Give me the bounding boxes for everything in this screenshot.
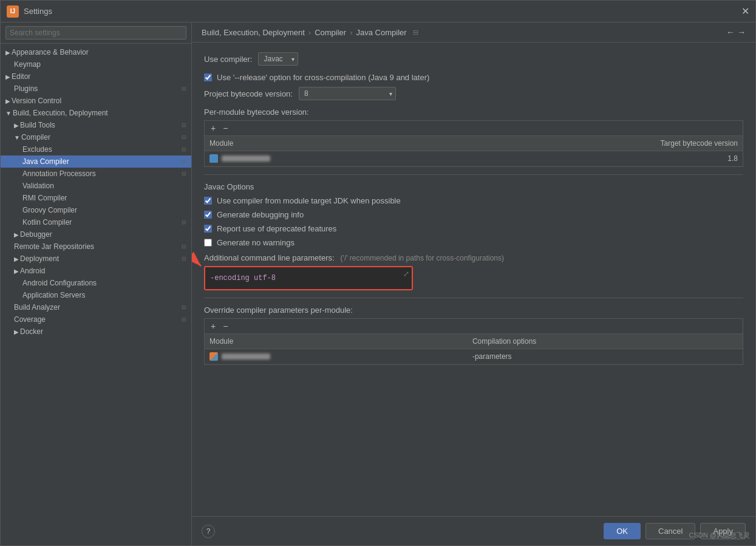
expand-icon: ▶	[14, 122, 19, 129]
check4-label: Generate no warnings	[217, 238, 295, 247]
check1-label: Use compiler from module target JDK when…	[217, 196, 401, 205]
add-override-button[interactable]: +	[208, 321, 218, 331]
expand-icon: ▶	[5, 98, 10, 104]
sidebar-item-plugins[interactable]: Plugins ⊟	[1, 83, 191, 95]
sidebar-item-label: Kotlin Compiler	[22, 218, 179, 227]
module-icon-orange	[209, 352, 218, 361]
breadcrumb-sep2: ›	[350, 28, 352, 37]
sidebar-item-keymap[interactable]: Keymap	[1, 58, 191, 70]
module-table1: + − Module Target bytecode version	[204, 120, 743, 167]
main-content: ▶ Appearance & Behavior Keymap ▶ Editor …	[1, 22, 755, 545]
sidebar-item-label: Appearance & Behavior	[12, 48, 186, 56]
sidebar-item-annotation-processors[interactable]: Annotation Processors ⊟	[1, 168, 191, 180]
nav-forward-button[interactable]: →	[737, 27, 746, 37]
sync-icon: ⊟	[182, 134, 186, 140]
sidebar-item-rmi-compiler[interactable]: RMI Compiler	[1, 192, 191, 204]
check3-checkbox[interactable]	[204, 225, 212, 233]
breadcrumb-sep1: ›	[308, 28, 311, 37]
sidebar-item-label: Docker	[20, 327, 186, 336]
release-option-row: Use '--release' option for cross-compila…	[204, 73, 743, 82]
sidebar-item-coverage[interactable]: Coverage ⊟	[1, 313, 191, 326]
sync-icon: ⊟	[182, 159, 186, 165]
bottom-bar: ? OK Cancel Apply	[192, 516, 755, 545]
breadcrumb-pin: ⊟	[413, 29, 418, 36]
sidebar-item-compiler[interactable]: ▼ Compiler ⊟	[1, 131, 191, 143]
additional-cmd-header: Additional command line parameters: ('/'…	[204, 253, 743, 262]
sidebar-item-label: Editor	[12, 72, 186, 81]
close-button[interactable]: ✕	[741, 5, 749, 17]
cancel-button[interactable]: Cancel	[645, 523, 695, 539]
sidebar-tree: ▶ Appearance & Behavior Keymap ▶ Editor …	[1, 44, 191, 545]
section-divider2	[204, 298, 743, 298]
module-name-blurred	[222, 155, 270, 162]
sidebar-item-label: Excludes	[22, 145, 179, 154]
sidebar-item-remote-jar-repos[interactable]: Remote Jar Repositories ⊟	[1, 241, 191, 253]
sidebar-item-version-control[interactable]: ▶ Version Control	[1, 95, 191, 107]
col-module2: Module	[205, 334, 468, 349]
app-icon: IJ	[7, 5, 19, 18]
sidebar-item-build-exec-deploy[interactable]: ▼ Build, Execution, Deployment	[1, 107, 191, 119]
sidebar-item-build-analyzer[interactable]: Build Analyzer ⊟	[1, 301, 191, 313]
sidebar-item-docker[interactable]: ▶ Docker	[1, 326, 191, 338]
sidebar-item-deployment[interactable]: ▶ Deployment ⊟	[1, 253, 191, 265]
sidebar-item-kotlin-compiler[interactable]: Kotlin Compiler ⊟	[1, 216, 191, 228]
col-module: Module	[205, 136, 445, 151]
check2-row: Generate debugging info	[204, 210, 743, 219]
breadcrumb-step3: Java Compiler	[356, 28, 407, 37]
sidebar-item-label: Validation	[22, 182, 186, 190]
sidebar-item-app-servers[interactable]: Application Servers	[1, 289, 191, 301]
sidebar-item-editor[interactable]: ▶ Editor	[1, 70, 191, 83]
remove-override-button[interactable]: −	[220, 321, 230, 331]
table-row[interactable]: -parameters	[205, 349, 743, 364]
table-row[interactable]: 1.8	[205, 151, 743, 166]
javac-options-section: Javac Options Use compiler from module t…	[204, 182, 743, 247]
target-version-cell: 1.8	[445, 151, 743, 166]
per-module-label-row: Per-module bytecode version:	[204, 107, 743, 117]
expand-icon: ▶	[5, 49, 10, 56]
sidebar-item-label: Version Control	[12, 97, 186, 105]
sidebar-item-label: Android Configurations	[22, 279, 186, 287]
sidebar-item-label: Keymap	[14, 60, 186, 69]
check3-label: Report use of deprecated features	[217, 224, 336, 233]
search-box	[1, 22, 191, 44]
check1-row: Use compiler from module target JDK when…	[204, 196, 743, 205]
title-bar: IJ Settings ✕	[1, 1, 755, 22]
expand-button[interactable]: ⤢	[403, 270, 409, 278]
sidebar-item-android-configs[interactable]: Android Configurations	[1, 277, 191, 289]
check1-checkbox[interactable]	[204, 197, 212, 205]
sidebar-item-label: Build Analyzer	[14, 303, 179, 312]
sidebar-item-label: Java Compiler	[22, 157, 179, 166]
compiler-dropdown[interactable]: Javac	[258, 52, 298, 66]
sidebar-item-debugger[interactable]: ▶ Debugger	[1, 228, 191, 241]
check4-checkbox[interactable]	[204, 239, 212, 247]
add-module-button[interactable]: +	[208, 123, 218, 133]
settings-content: Use compiler: Javac ▾ Use '--release' op…	[192, 43, 755, 516]
col-compilation-opts: Compilation options	[468, 334, 743, 349]
override-module-cell	[205, 349, 468, 364]
additional-cmd-section: Additional command line parameters: ('/'…	[204, 253, 743, 290]
check3-row: Report use of deprecated features	[204, 224, 743, 233]
params-input[interactable]	[205, 267, 412, 289]
sidebar-item-java-compiler[interactable]: Java Compiler ⊟	[1, 155, 191, 168]
expand-icon: ▶	[14, 329, 19, 335]
nav-back-button[interactable]: ←	[726, 27, 735, 37]
sidebar-item-label: Debugger	[20, 230, 186, 239]
table2-toolbar: + −	[205, 319, 743, 334]
sidebar-item-validation[interactable]: Validation	[1, 180, 191, 192]
sidebar-item-build-tools[interactable]: ▶ Build Tools ⊟	[1, 119, 191, 131]
sidebar-item-appearance[interactable]: ▶ Appearance & Behavior	[1, 46, 191, 58]
release-option-checkbox[interactable]	[204, 73, 212, 81]
remove-module-button[interactable]: −	[220, 123, 230, 133]
sidebar-item-label: RMI Compiler	[22, 194, 186, 202]
sidebar-item-android[interactable]: ▶ Android	[1, 265, 191, 277]
search-input[interactable]	[5, 26, 186, 39]
sidebar-item-label: Groovy Compiler	[22, 206, 186, 214]
sidebar-item-excludes[interactable]: Excludes ⊟	[1, 143, 191, 155]
bytecode-version-dropdown[interactable]: 8	[299, 87, 396, 100]
help-button[interactable]: ?	[202, 525, 215, 538]
ok-button[interactable]: OK	[604, 523, 641, 539]
check2-checkbox[interactable]	[204, 211, 212, 219]
sidebar-item-label: Plugins	[14, 84, 179, 93]
sidebar-item-groovy-compiler[interactable]: Groovy Compiler	[1, 204, 191, 216]
compilation-opts-cell: -parameters	[468, 349, 743, 364]
